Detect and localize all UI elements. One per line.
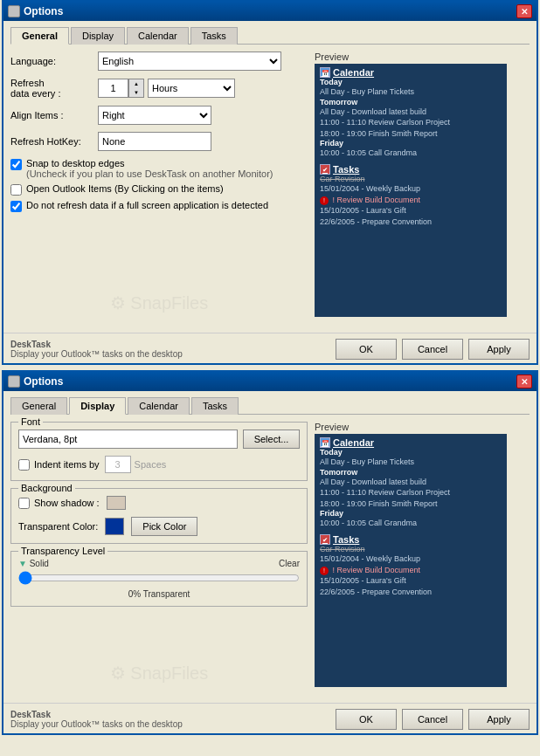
snap-checkbox[interactable] [10, 159, 22, 170]
tab-display-2[interactable]: Display [69, 397, 126, 415]
slider-arrow: ▼ [18, 559, 30, 568]
select-font-button[interactable]: Select... [243, 430, 300, 449]
hotkey-input[interactable] [98, 132, 211, 151]
indent-unit: Spaces [135, 459, 167, 470]
pick-color-button[interactable]: Pick Color [131, 517, 197, 536]
cancel-button-1[interactable]: Cancel [402, 339, 463, 360]
tab-general-2[interactable]: General [10, 397, 67, 415]
title-bar-2: Options ✕ [3, 372, 537, 391]
preview-task-0: 15/01/2004 - Weekly Backup [320, 183, 502, 195]
hours-select[interactable]: Hours Minutes [148, 79, 235, 98]
title-2: Options [24, 375, 63, 388]
refresh-spinner: ▲ ▼ [128, 79, 144, 98]
transparent-color-swatch [105, 518, 124, 535]
tab-calendar-2[interactable]: Calendar [128, 397, 190, 415]
close-button-2[interactable]: ✕ [516, 375, 532, 388]
open-label: Open Outlook Items (By Clicking on the i… [26, 183, 224, 194]
preview-friday-2: Friday [320, 509, 502, 518]
bottom-buttons-2: OK Cancel Apply [336, 709, 530, 730]
snap-row: Snap to desktop edges (Uncheck if you pl… [10, 158, 308, 179]
options-window-1: Options ✕ General Display Calendar Tasks… [2, 0, 538, 365]
tab-general-1[interactable]: General [10, 27, 69, 45]
ok-button-2[interactable]: OK [336, 709, 397, 730]
preview-task-strikethrough-1: Car Revision [320, 175, 502, 183]
bottom-buttons-1: OK Cancel Apply [336, 339, 530, 360]
preview-box-2: 📅 Calendar Today All Day - Buy Plane Tic… [315, 434, 507, 687]
preview-calendar-title-1: 📅 Calendar [320, 67, 502, 78]
shadow-label: Show shadow : [34, 498, 100, 508]
options-panel-1: Language: English Refreshdata every : ▲ … [10, 52, 308, 322]
hotkey-row: Refresh HotKey: [10, 132, 308, 151]
indent-checkbox[interactable] [18, 459, 30, 471]
snap-label: Snap to desktop edges [26, 158, 273, 168]
apply-button-1[interactable]: Apply [468, 339, 530, 360]
refresh-label: Refreshdata every : [10, 78, 98, 99]
transparent-color-label: Transparent Color: [18, 521, 98, 532]
tab-calendar-1[interactable]: Calendar [127, 27, 189, 45]
preview-friday2-entry-0: 10:00 - 10:05 Call Grandma [320, 518, 502, 529]
options-panel-2: Font Select... Indent items by Spaces Ba… [10, 422, 308, 692]
transparency-group-box: Transparency Level ▼ Solid Clear 0% Tran… [10, 551, 308, 607]
title-bar-1: Options ✕ [3, 2, 537, 21]
bottom-bar-2: DeskTask Display your Outlook™ tasks on … [3, 703, 537, 733]
snap-sub-label: (Uncheck if you plan to use DeskTask on … [26, 168, 273, 179]
font-input[interactable] [18, 430, 238, 449]
align-label: Align Items : [10, 110, 98, 120]
app-name-1: DeskTask [10, 340, 183, 349]
preview-today-1: Today [320, 78, 502, 86]
align-select[interactable]: Right Left Center [98, 106, 211, 125]
preview-task2-3: 15/10/2005 - Laura's Gift [320, 575, 502, 587]
preview-panel-2: Preview 📅 Calendar Today All Day - Buy P… [315, 422, 530, 692]
window2-content: General Display Calendar Tasks Font Sele… [3, 391, 537, 699]
norefresh-row: Do not refresh data if a full screen app… [10, 200, 308, 212]
language-select[interactable]: English [98, 52, 281, 71]
preview-tomorrow-1: Tomorrow [320, 98, 502, 107]
options-window-2: Options ✕ General Display Calendar Tasks… [2, 370, 538, 735]
alert-icon-1: ! [320, 196, 329, 205]
refresh-input[interactable] [98, 79, 128, 98]
footer-1: DeskTask Display your Outlook™ tasks on … [10, 340, 183, 359]
refresh-row: Refreshdata every : ▲ ▼ Hours Minutes [10, 78, 308, 99]
preview-task2-1: ! ! Review Build Document [320, 565, 502, 576]
window1-content: General Display Calendar Tasks Language:… [3, 21, 537, 329]
spinner-down[interactable]: ▼ [129, 88, 143, 97]
preview-task-strikethrough-2: Car Revision [320, 545, 502, 553]
transparency-slider[interactable] [18, 570, 300, 586]
preview-tomorrow2-entry-2: 18:00 - 19:00 Finish Smith Report [320, 498, 502, 510]
app-name-2: DeskTask [10, 710, 183, 719]
spinner-up[interactable]: ▲ [129, 79, 143, 88]
tab-tasks-2[interactable]: Tasks [191, 397, 239, 415]
norefresh-label: Do not refresh data if a full screen app… [26, 200, 268, 210]
close-button-1[interactable]: ✕ [516, 4, 532, 18]
shadow-checkbox[interactable] [18, 498, 30, 509]
preview-tasks-title-2: ✔ Tasks [320, 534, 502, 545]
norefresh-checkbox[interactable] [10, 201, 22, 212]
indent-label: Indent items by [34, 459, 100, 470]
transparency-group-label: Transparency Level [18, 546, 107, 556]
font-group-label: Font [18, 416, 43, 427]
cancel-button-2[interactable]: Cancel [402, 709, 463, 730]
preview-today-entry-1: All Day - Buy Plane Tickets [320, 86, 502, 98]
preview-tomorrow-entry-0: All Day - Download latest build [320, 107, 502, 118]
footer-2: DeskTask Display your Outlook™ tasks on … [10, 710, 183, 729]
preview-task-4: 22/6/2005 - Prepare Convention [320, 216, 502, 228]
main-layout-2: Font Select... Indent items by Spaces Ba… [10, 422, 530, 692]
preview-tomorrow-2: Tomorrow [320, 468, 502, 477]
title-1: Options [24, 5, 63, 17]
apply-button-2[interactable]: Apply [468, 709, 530, 730]
tab-tasks-1[interactable]: Tasks [190, 27, 238, 45]
open-row: Open Outlook Items (By Clicking on the i… [10, 183, 308, 196]
slider-labels: ▼ Solid Clear [18, 559, 300, 568]
ok-button-1[interactable]: OK [336, 339, 397, 360]
font-group-box: Font Select... Indent items by Spaces [10, 422, 308, 481]
preview-task-3: 15/10/2005 - Laura's Gift [320, 205, 502, 216]
open-checkbox[interactable] [10, 184, 22, 196]
app-icon-1 [8, 5, 20, 17]
preview-today-entry-2: All Day - Buy Plane Tickets [320, 457, 502, 468]
background-group-label: Background [18, 483, 75, 493]
preview-box-1: 📅 Calendar Today All Day - Buy Plane Tic… [315, 64, 507, 317]
shadow-color-swatch [107, 496, 126, 510]
tab-display-1[interactable]: Display [71, 27, 125, 45]
indent-input[interactable] [105, 456, 131, 473]
preview-tomorrow-entry-2: 18:00 - 19:00 Finish Smith Report [320, 128, 502, 140]
